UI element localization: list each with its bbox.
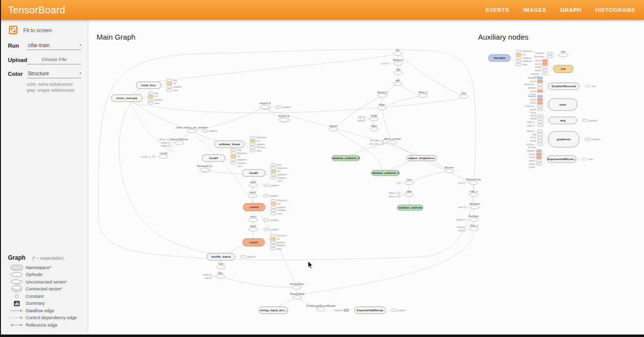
graph-node-Slice[interactable]: beginsizeSlice	[203, 272, 225, 280]
graph-node-Maximum[interactable]: ConstMaximum	[381, 58, 404, 65]
svg-text:SparseToDense: SparseToDense	[170, 138, 188, 141]
svg-text:pool1: pool1	[250, 225, 256, 227]
graph-node-Sqrt[interactable]: Sqrt	[394, 68, 403, 75]
graph-node-concat[interactable]: concat_d...concat	[141, 152, 168, 159]
graph-node-string_input_pro[interactable]: string_input_pro...	[259, 307, 288, 314]
graph-node-Mean[interactable]: Mean	[377, 103, 386, 110]
fit-to-screen-icon	[9, 26, 17, 34]
namespace-icon	[8, 265, 26, 271]
graph-node-save[interactable]: saveVariableconv1conv2cross_en...local37…	[525, 95, 577, 114]
legend-item-constant: Constant	[8, 293, 87, 300]
svg-text:gradient: gradient	[173, 86, 182, 88]
graph-node-Div[interactable]: Div	[393, 49, 402, 56]
color-select[interactable]: Structure ▾	[27, 69, 81, 78]
graph-node-range[interactable]: startdeltarange	[358, 114, 378, 122]
graph-node-adjust_brightness[interactable]: adjust_brightness	[407, 156, 436, 161]
graph-node-ExponentialDecay[interactable]: ExponentialDecaygradientVariable	[334, 307, 406, 314]
svg-text:gradient: gradient	[155, 99, 163, 101]
graph-node-RandomCrop[interactable]: sizeRandomCrop	[458, 178, 481, 185]
graph-node-softmax_linear[interactable]: softmax_linearExponent...initgradientGra…	[215, 136, 268, 152]
graph-node-range13[interactable]: range[1-3]gradient	[260, 102, 291, 110]
svg-text:cross_e...: cross_e...	[527, 121, 537, 123]
svg-text:cross_en...: cross_en...	[525, 105, 536, 108]
graph-node-Less[interactable]: cLess	[396, 178, 414, 185]
graph-node-DecodeRaw[interactable]: DecodeRaw	[290, 282, 304, 289]
graph-node-ExponentialMovin[interactable]: ExponentialMovin...trainVariableconv1con…	[527, 150, 593, 168]
svg-text:gradient: gradient	[270, 184, 279, 187]
svg-text:delta: delta	[358, 119, 363, 122]
reference-edge-icon	[8, 323, 26, 327]
svg-text:string_input_pro...: string_input_pro...	[260, 308, 287, 312]
nav-tab-images[interactable]: IMAGES	[523, 7, 546, 13]
svg-text:cross_entropy_per_example: cross_entropy_per_example	[176, 126, 207, 129]
graph-node-total_loss[interactable]: total_lossavginitgradientsave	[136, 79, 182, 92]
graph-node-local3[interactable]: local3avgExponent...initgradientsGradien…	[242, 164, 289, 182]
graph-node-random_uniform_1[interactable]: random_uniform_1	[372, 170, 400, 176]
graph-node-cross_entropy[interactable]: cross_entropyavginitgradientsave	[111, 92, 163, 105]
svg-text:adjust_brightness: adjust_brightness	[408, 156, 435, 160]
graph-node-avg[interactable]: avggradientconv1local3cross_e...total_lo…	[527, 114, 597, 127]
graph-node-adjust_contrast[interactable]: min_valu...max_valu...adjust_contrast	[369, 137, 401, 145]
choose-file-button[interactable]: Choose File	[27, 55, 81, 64]
graph-node-Reshape[interactable]: shapeReshape	[456, 215, 479, 222]
graph-node-cepe[interactable]: cross_entropy_per_examplegradient	[176, 126, 217, 133]
graph-node-Square_1[interactable]: Square_1	[377, 91, 388, 98]
nav-tab-histograms[interactable]: HISTOGRAMS	[595, 7, 635, 13]
graph-node-Reshape13[interactable]: Reshape[1-3]	[197, 165, 213, 172]
graph-node-Cast[interactable]: Cast	[216, 262, 225, 269]
fit-to-screen-button[interactable]: Fit to screen	[1, 20, 87, 36]
nav-tab-graph[interactable]: GRAPH	[560, 7, 582, 13]
svg-text:cross_entropy: cross_entropy	[116, 96, 138, 100]
graph-node-norm2[interactable]: norm2gradient	[248, 191, 278, 198]
graph-node-shuffle_batch[interactable]: shuffle_batchgradient	[207, 253, 256, 260]
fit-to-screen-label: Fit to screen	[23, 27, 52, 33]
svg-text:Gradient...: Gradient...	[591, 138, 602, 141]
graph-node-add[interactable]: add	[393, 79, 402, 86]
svg-text:init: init	[277, 203, 281, 205]
graph-node-norm1[interactable]: norm1gradient	[249, 215, 279, 222]
graph-node-Reverse[interactable]: Reverse	[445, 166, 454, 173]
graph-node-Rank12[interactable]: Rank[1-2]	[278, 114, 290, 122]
graph-node-conv1[interactable]: conv1Exponent...initgradientGradient...s…	[243, 234, 288, 250]
graph-node-pool1[interactable]: pool1gradient	[249, 225, 279, 231]
graph-node-Cast_1[interactable]: Cast_1	[469, 190, 478, 197]
graph-node-random_uniform[interactable]: random_uniform	[397, 205, 423, 211]
connected-series-icon	[8, 285, 26, 292]
graph-node-GradientDescent[interactable]: GradientDescenttrainVariableconv1Exponen…	[525, 77, 596, 96]
graph-canvas[interactable]: total_lossavginitgradientsavecross_entro…	[87, 20, 644, 335]
graph-node-train[interactable]: trainGradient...Exponent...	[535, 50, 568, 58]
svg-text:conv2: conv2	[535, 63, 541, 65]
graph-node-conv2[interactable]: conv2Exponent...initgradientGradient...s…	[243, 199, 289, 215]
run-label: Run	[8, 43, 27, 49]
graph-node-gradients[interactable]: gradientsGradient...total_lo...avgconv1l…	[526, 130, 602, 149]
svg-text:GradientDescent: GradientDescent	[551, 84, 576, 88]
graph-node-init[interactable]: initconv1conv2local3local4softmax...3 mo…	[531, 59, 573, 78]
svg-text:train: train	[589, 158, 593, 161]
graph-node-random_uniform_2[interactable]: random_uniform_2	[332, 156, 360, 161]
run-select[interactable]: cifar-train ▾	[27, 41, 81, 50]
svg-text:ExponentialMovin...: ExponentialMovin...	[547, 157, 576, 161]
graph-node-pack[interactable]: values_1values_2pack	[388, 190, 414, 198]
graph-node-Variable[interactable]: VariableExponent...initGradient...gradie…	[488, 50, 534, 65]
graph-node-transpose[interactable]: permtranspose	[458, 202, 480, 209]
svg-text:Variable: Variable	[528, 95, 536, 98]
svg-text:shape: shape	[456, 219, 462, 221]
nav-tab-events[interactable]: EVENTS	[485, 7, 509, 13]
svg-text:Sqrt: Sqrt	[396, 68, 401, 71]
graph-node-Square[interactable]: Square	[329, 124, 338, 131]
svg-text:Exponent...: Exponent...	[277, 167, 289, 169]
svg-text:gradient: gradient	[270, 228, 279, 231]
graph-node-Mean_1[interactable]: Mean_1	[419, 91, 428, 98]
upload-label: Upload	[8, 57, 27, 63]
svg-text:Reshape: Reshape	[469, 215, 479, 218]
graph-node-Sub[interactable]: Sub	[459, 92, 468, 99]
graph-node-ReaderRead[interactable]: ReaderRead	[290, 292, 305, 299]
graph-node-FixedLengthRecordReader[interactable]: FixedLengthRecordReader	[306, 304, 336, 311]
window-left-edge	[0, 0, 1, 337]
graph-node-pool2[interactable]: pool2gradient	[249, 180, 279, 187]
graph-node-SparseToDense[interactable]: values_1indicesdefaultSparseToDense	[159, 138, 188, 148]
graph-node-Slice_1[interactable]: beginsizeSlice_1	[457, 224, 479, 232]
svg-text:Reshape[1-3]: Reshape[1-3]	[197, 165, 213, 168]
svg-text:begin: begin	[457, 226, 463, 228]
graph-node-Rank[interactable]: Rank	[370, 124, 378, 131]
